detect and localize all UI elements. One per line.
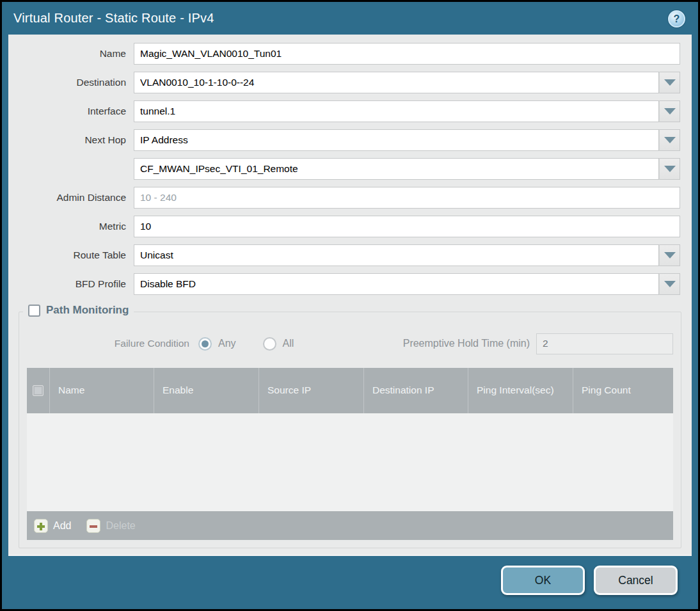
ok-button[interactable]: OK	[501, 566, 585, 595]
dialog-content: Name Destination Interface Next Hop	[8, 35, 692, 556]
form-row-interface: Interface	[8, 100, 680, 122]
select-all-header-cell	[27, 368, 49, 413]
chevron-down-icon	[664, 281, 676, 287]
failure-condition-all-radio[interactable]	[263, 337, 276, 351]
next-hop-type-input[interactable]	[134, 129, 659, 151]
failure-condition-row: Failure Condition Any All Preemptive Hol…	[27, 333, 673, 354]
metric-input[interactable]	[134, 216, 680, 237]
delete-button[interactable]: Delete	[86, 519, 135, 533]
table-header-row: Name Enable Source IP Destination IP Pin…	[27, 368, 673, 413]
plus-icon	[34, 519, 48, 533]
form-row-bfd-profile: BFD Profile	[8, 273, 680, 295]
form-row-next-hop-address	[8, 158, 680, 180]
form-row-destination: Destination	[8, 72, 680, 93]
failure-condition-all-label: All	[283, 338, 294, 349]
table-footer-toolbar: Add Delete	[27, 511, 673, 540]
delete-button-label: Delete	[106, 520, 135, 532]
form-row-route-table: Route Table	[8, 244, 680, 266]
interface-input[interactable]	[134, 100, 659, 122]
select-all-checkbox[interactable]	[33, 385, 44, 396]
next-hop-label: Next Hop	[8, 134, 134, 146]
admin-distance-label: Admin Distance	[8, 192, 134, 203]
bfd-profile-dropdown-button[interactable]	[659, 273, 680, 295]
radio-dot-icon	[202, 340, 209, 347]
form-row-metric: Metric	[8, 216, 680, 237]
destination-dropdown-button[interactable]	[659, 72, 680, 93]
next-hop-address-dropdown-button[interactable]	[659, 158, 680, 180]
route-table-dropdown-button[interactable]	[659, 244, 680, 266]
chevron-down-icon	[664, 166, 676, 172]
metric-label: Metric	[8, 221, 134, 232]
preemptive-hold-time-input[interactable]	[536, 333, 673, 354]
interface-dropdown-button[interactable]	[659, 100, 680, 122]
path-monitoring-checkbox[interactable]	[28, 305, 40, 317]
chevron-down-icon	[664, 137, 676, 143]
path-monitoring-section: Path Monitoring Failure Condition Any Al…	[19, 312, 681, 548]
cancel-button[interactable]: Cancel	[594, 566, 678, 595]
name-input[interactable]	[134, 43, 680, 65]
chevron-down-icon	[664, 108, 676, 115]
chevron-down-icon	[664, 79, 676, 86]
admin-distance-input[interactable]	[134, 187, 680, 209]
radio-dot-icon	[266, 340, 273, 347]
destination-input[interactable]	[134, 72, 659, 93]
column-header-ping-count[interactable]: Ping Count	[573, 368, 673, 413]
route-table-input[interactable]	[134, 244, 659, 266]
failure-condition-any-label: Any	[218, 338, 236, 349]
bfd-profile-label: BFD Profile	[8, 278, 134, 290]
path-monitoring-table: Name Enable Source IP Destination IP Pin…	[27, 368, 673, 540]
destination-label: Destination	[8, 77, 134, 88]
add-button-label: Add	[53, 520, 71, 532]
table-body-empty	[27, 413, 673, 511]
minus-icon	[86, 519, 100, 533]
column-header-ping-interval[interactable]: Ping Interval(sec)	[468, 368, 573, 413]
name-label: Name	[8, 48, 134, 60]
form-row-next-hop: Next Hop	[8, 129, 680, 151]
column-header-source-ip[interactable]: Source IP	[259, 368, 363, 413]
form-row-name: Name	[8, 43, 680, 65]
route-table-label: Route Table	[8, 250, 134, 261]
column-header-name[interactable]: Name	[49, 368, 154, 413]
bfd-profile-input[interactable]	[134, 273, 659, 295]
static-route-dialog: Virtual Router - Static Route - IPv4 ? N…	[2, 2, 698, 609]
path-monitoring-title: Path Monitoring	[46, 304, 129, 317]
add-button[interactable]: Add	[34, 519, 71, 533]
form-row-admin-distance: Admin Distance	[8, 187, 680, 209]
path-monitoring-legend: Path Monitoring	[23, 304, 134, 317]
preemptive-hold-time-label: Preemptive Hold Time (min)	[321, 338, 536, 349]
next-hop-type-dropdown-button[interactable]	[659, 129, 680, 151]
dialog-title: Virtual Router - Static Route - IPv4	[13, 11, 214, 26]
failure-condition-any-radio[interactable]	[198, 337, 212, 351]
help-icon[interactable]: ?	[668, 10, 685, 28]
next-hop-address-input[interactable]	[134, 158, 659, 180]
failure-condition-label: Failure Condition	[27, 338, 198, 349]
chevron-down-icon	[664, 252, 676, 258]
interface-label: Interface	[8, 106, 134, 117]
title-bar: Virtual Router - Static Route - IPv4 ?	[2, 2, 698, 35]
column-header-destination-ip[interactable]: Destination IP	[363, 368, 468, 413]
column-header-enable[interactable]: Enable	[154, 368, 259, 413]
dialog-actions: OK Cancel	[501, 566, 678, 595]
